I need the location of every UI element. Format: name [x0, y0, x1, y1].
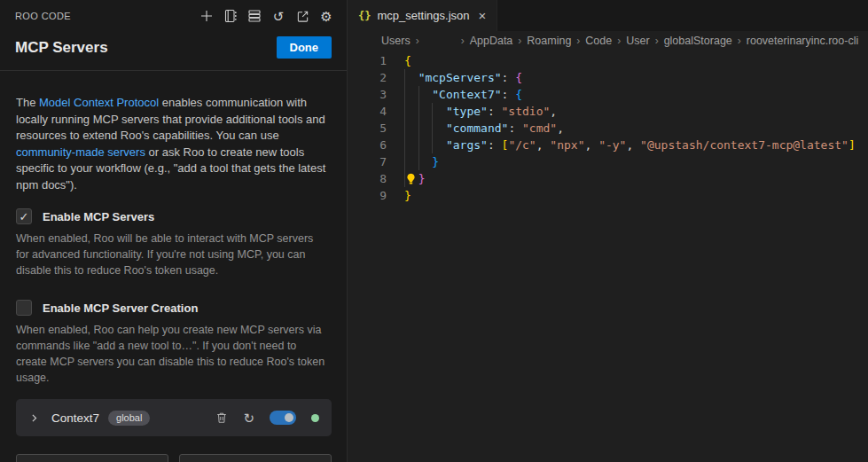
code-token: { — [404, 52, 411, 69]
code-line[interactable]: 4"type": "stdio", — [348, 103, 868, 120]
breadcrumb-item[interactable]: Code — [585, 35, 612, 47]
code-token: { — [515, 86, 522, 103]
breadcrumb-item[interactable]: rooveterinaryinc.roo-cli — [747, 35, 858, 47]
code-line-content: } — [404, 187, 411, 204]
server-scope-badge: global — [108, 411, 150, 426]
indent-guide — [404, 103, 418, 120]
panel-toolbar: ↺ ⚙ — [199, 8, 334, 24]
code-token: "cmd" — [522, 120, 557, 137]
code-line[interactable]: 6"args": ["/c", "npx", "-y", "@upstash/c… — [348, 137, 868, 153]
code-token: "-y" — [598, 137, 626, 153]
server-row-context7[interactable]: Context7 global ↻ — [16, 399, 332, 436]
enable-mcp-servers-row: ✓ Enable MCP Servers — [16, 208, 331, 224]
expand-chevron-icon[interactable] — [28, 412, 40, 424]
indent-guide — [418, 120, 433, 137]
prompts-notebook-icon[interactable] — [223, 8, 239, 24]
breadcrumb-separator-icon: › — [518, 35, 521, 47]
breadcrumb-item[interactable]: Roaming — [527, 35, 571, 47]
breadcrumb-item[interactable]: Users — [381, 35, 411, 47]
code-line-content: "type": "stdio", — [404, 103, 557, 120]
open-in-editor-icon[interactable] — [294, 8, 310, 24]
tab-filename: mcp_settings.json — [377, 9, 469, 22]
code-token: ] — [848, 137, 856, 153]
code-token: "mcpServers" — [418, 69, 502, 86]
code-token: "args" — [446, 137, 488, 153]
code-token: : — [488, 137, 502, 153]
mcp-description: The Model Context Protocol enables commu… — [16, 95, 332, 193]
enable-mcp-servers-label: Enable MCP Servers — [43, 210, 154, 223]
line-number: 5 — [348, 120, 387, 137]
enable-mcp-creation-checkbox[interactable]: ✓ — [16, 300, 32, 316]
code-token: "stdio" — [502, 103, 551, 120]
done-button[interactable]: Done — [277, 36, 332, 59]
code-token: "@upstash/context7-mcp@latest" — [640, 137, 848, 153]
server-row-actions: ↻ — [215, 411, 319, 425]
code-token: : — [502, 69, 516, 86]
description-text: The — [16, 96, 39, 109]
code-line[interactable]: 1{ — [348, 52, 868, 69]
code-line[interactable]: 8} — [348, 170, 868, 187]
lightbulb-icon[interactable] — [404, 170, 418, 187]
server-enabled-toggle[interactable] — [270, 411, 296, 425]
toggle-knob — [285, 413, 293, 422]
code-line[interactable]: 5"command": "cmd", — [348, 120, 868, 137]
code-token: { — [515, 69, 522, 86]
code-token: } — [404, 187, 411, 204]
code-token: , — [557, 120, 564, 137]
panel-title: ROO CODE — [15, 11, 71, 21]
indent-guide — [418, 103, 433, 120]
model-context-protocol-link[interactable]: Model Context Protocol — [39, 96, 159, 109]
code-token: "/c" — [508, 137, 536, 153]
code-line[interactable]: 7} — [348, 153, 868, 170]
breadcrumb-item[interactable]: AppData — [470, 35, 513, 47]
history-icon[interactable]: ↺ — [270, 8, 286, 24]
code-token: , — [536, 137, 551, 153]
mcp-servers-icon[interactable] — [246, 8, 262, 24]
breadcrumb-separator-icon: › — [576, 35, 580, 47]
breadcrumb-separator-icon: › — [461, 35, 465, 47]
code-line[interactable]: 3"Context7": { — [348, 86, 868, 103]
edit-global-mcp-button[interactable]: ✎ Edit Global MCP — [16, 454, 168, 462]
breadcrumb-item[interactable]: globalStorage — [664, 35, 732, 47]
server-name: Context7 — [51, 411, 99, 425]
code-token: } — [418, 170, 426, 187]
restart-refresh-icon[interactable]: ↻ — [243, 411, 254, 425]
code-line-content: "args": ["/c", "npx", "-y", "@upstash/co… — [404, 137, 856, 153]
code-token: : — [488, 103, 502, 120]
tab-close-icon[interactable]: × — [479, 9, 487, 22]
delete-trash-icon[interactable] — [215, 411, 228, 424]
enable-mcp-creation-label: Enable MCP Server Creation — [43, 301, 198, 315]
enable-mcp-servers-checkbox[interactable]: ✓ — [16, 208, 32, 224]
code-line-content: "Context7": { — [404, 86, 522, 103]
community-made-servers-link[interactable]: community-made servers — [16, 145, 145, 159]
indent-guide — [404, 69, 418, 86]
code-token: "command" — [446, 120, 508, 137]
settings-gear-icon[interactable]: ⚙ — [318, 8, 334, 24]
code-line-content: { — [404, 52, 411, 69]
code-line[interactable]: 2"mcpServers": { — [348, 69, 868, 86]
code-token: , — [550, 103, 557, 120]
new-task-plus-icon[interactable] — [199, 8, 215, 24]
line-number: 7 — [348, 153, 387, 170]
json-file-icon: {} — [358, 10, 371, 22]
breadcrumb: Users››AppData›Roaming›Code›User›globalS… — [348, 31, 868, 51]
indent-guide — [418, 137, 433, 153]
code-line[interactable]: 9} — [348, 187, 868, 204]
code-token: , — [626, 137, 640, 153]
header-divider — [0, 70, 347, 71]
indent-guide — [418, 86, 433, 103]
code-area[interactable]: 1{2"mcpServers": {3"Context7": {4"type":… — [348, 51, 868, 462]
breadcrumb-separator-icon: › — [416, 35, 419, 47]
check-icon: ✓ — [20, 210, 29, 223]
breadcrumb-item[interactable]: User — [626, 35, 649, 47]
panel-body: The Model Context Protocol enables commu… — [0, 95, 347, 462]
indent-guide — [432, 137, 446, 153]
edit-buttons-row: ✎ Edit Global MCP ✎ Edit Project MCP — [16, 454, 332, 462]
indent-guide — [404, 86, 418, 103]
indent-guide — [432, 103, 446, 120]
edit-project-mcp-button[interactable]: ✎ Edit Project MCP — [179, 454, 332, 462]
server-status-dot — [311, 414, 319, 422]
tab-mcp-settings[interactable]: {} mcp_settings.json × — [348, 0, 497, 31]
code-token: } — [432, 153, 439, 170]
panel-titlebar: ROO CODE ↺ ⚙ — [0, 0, 347, 24]
